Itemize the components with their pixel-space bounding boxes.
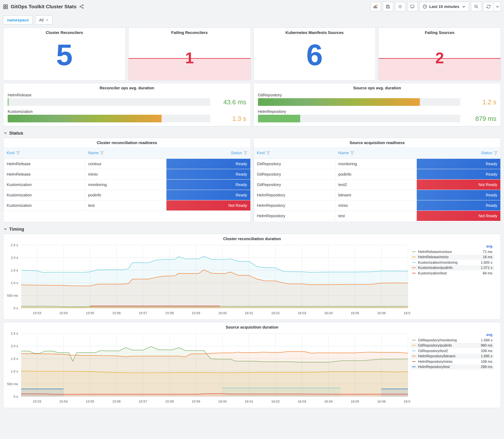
legend-series-item[interactable]: Kustomization/test84 ms (410, 270, 494, 276)
legend-series-swatch (412, 273, 416, 273)
gauge-fill (258, 98, 420, 106)
legend-series-avg: 1.695 s (479, 354, 492, 358)
status-badge: Ready (417, 200, 500, 210)
namespace-variable-label[interactable]: namespace (3, 15, 33, 24)
kind-cell: GitRepository (254, 179, 335, 190)
legend-series-avg: 16 ms (481, 255, 492, 259)
column-header-name[interactable]: Name (335, 147, 417, 159)
section-header-timing[interactable]: Timing (0, 222, 504, 233)
table-row: GitRepositorypodinfoReady (254, 169, 501, 179)
filter-icon[interactable] (494, 151, 497, 155)
gauge-row-helmrelease: HelmRelease43.6 ms (8, 92, 246, 106)
column-header-name[interactable]: Name (85, 147, 166, 159)
svg-text:15:58: 15:58 (165, 311, 174, 315)
svg-text:16:05: 16:05 (351, 311, 359, 315)
status-cell: Ready (417, 159, 501, 169)
svg-text:15:54: 15:54 (59, 311, 68, 315)
namespace-variable-selected: All (39, 18, 44, 22)
refresh-interval-dropdown[interactable] (494, 2, 501, 11)
svg-text:16:03: 16:03 (298, 311, 306, 315)
legend-series-item[interactable]: HelmRelease/minio16 ms (410, 254, 494, 260)
name-cell: test (85, 200, 166, 210)
legend-series-item[interactable]: HelmRepository/test289 ms (410, 364, 494, 370)
name-cell: contour (85, 159, 166, 169)
legend-series-item[interactable]: HelmRelease/contour71 ms (410, 249, 494, 254)
name-cell: monitoring (335, 159, 417, 169)
table-panel-cluster-readiness: Cluster reconciliation readiness KindNam… (3, 138, 251, 222)
legend-avg-header[interactable]: avg (410, 244, 492, 248)
legend-series-name: HelmRepository/minio (418, 360, 479, 364)
status-badge: Ready (417, 190, 500, 200)
svg-text:15:58: 15:58 (165, 400, 174, 403)
cycle-view-button[interactable] (407, 2, 418, 11)
status-cell: Not Ready (417, 210, 501, 221)
time-range-picker[interactable]: Last 15 minutes (419, 2, 469, 11)
status-cell: Ready (166, 179, 250, 190)
dashboard-settings-button[interactable] (395, 2, 405, 11)
gauge-track (8, 98, 210, 106)
legend-series-swatch (412, 268, 416, 268)
svg-text:15:59: 15:59 (192, 400, 200, 403)
legend-series-name: HelmRepository/test (418, 365, 479, 369)
svg-text:0 s: 0 s (14, 306, 18, 310)
chart-panel-cluster-reconciliation-duration: Cluster reconciliation duration 0 s500 m… (3, 234, 501, 320)
table-row: HelmReleaseminioReady (3, 169, 250, 179)
legend-avg-header[interactable]: avg (410, 333, 492, 337)
filter-icon[interactable] (350, 151, 354, 155)
svg-text:16:02: 16:02 (271, 400, 280, 403)
legend-series-name: GitRepository/monitoring (418, 338, 479, 342)
legend-series-item[interactable]: Kustomization/podinfo1.071 s (410, 265, 494, 270)
legend-series-item[interactable]: HelmRepository/bitnami1.695 s (410, 354, 494, 359)
status-cell: Ready (417, 169, 501, 179)
column-header-status[interactable]: Status (417, 147, 501, 159)
name-cell: test2 (335, 179, 417, 190)
stat-value: 1 (129, 50, 251, 66)
filter-icon[interactable] (266, 151, 270, 155)
panel-title: Cluster reconciliation duration (3, 234, 501, 241)
column-header-kind[interactable]: Kind (254, 147, 335, 159)
refresh-button[interactable] (483, 2, 494, 11)
legend-series-swatch (412, 262, 416, 263)
svg-text:15:56: 15:56 (112, 311, 121, 315)
filter-icon[interactable] (244, 151, 247, 155)
legend-series-avg: 71 ms (481, 250, 492, 254)
time-series-canvas[interactable]: 0 s500 ms1.0 s1.5 s2.0 s2.5 s15:5315:541… (3, 241, 410, 317)
name-cell: test (335, 210, 417, 221)
chart-legend: avgGitRepository/monitoring1.594 sGitRep… (410, 330, 497, 370)
legend-series-item[interactable]: Kustomization/monitoring1.605 s (410, 260, 494, 265)
legend-series-item[interactable]: GitRepository/test2338 ms (410, 348, 494, 354)
section-header-status[interactable]: Status (0, 126, 504, 137)
gauge-panel-source-ops: Source ops avg. duration GitRepository1.… (253, 83, 501, 126)
column-header-kind[interactable]: Kind (3, 147, 85, 159)
table-row: HelmRepositoryminioReady (254, 200, 501, 210)
svg-text:1.5 s: 1.5 s (11, 357, 18, 361)
svg-text:500 ms: 500 ms (7, 294, 18, 297)
panel-title: Failing Sources (379, 28, 501, 35)
name-cell: minio (335, 200, 417, 210)
add-panel-button[interactable] (370, 2, 381, 11)
time-series-canvas[interactable]: 0 s500 ms1.0 s1.5 s2.0 s2.5 s15:5315:541… (3, 330, 410, 406)
name-cell: podinfo (335, 169, 417, 179)
gauge-label: GitRepository (258, 93, 496, 97)
chart-legend: avgHelmRelease/contour71 msHelmRelease/m… (410, 241, 497, 276)
filter-icon[interactable] (100, 151, 104, 155)
stat-value: 2 (379, 50, 501, 66)
table-row: HelmRepositorytestNot Ready (254, 210, 501, 221)
svg-text:1.0 s: 1.0 s (11, 281, 18, 285)
legend-series-name: Kustomization/podinfo (418, 266, 479, 270)
namespace-variable-value[interactable]: All (35, 15, 53, 24)
filter-icon[interactable] (16, 151, 20, 155)
share-dashboard-icon[interactable] (79, 4, 84, 9)
legend-series-avg: 84 ms (481, 271, 492, 275)
zoom-out-button[interactable] (471, 2, 481, 11)
apps-grid-icon[interactable] (3, 4, 8, 9)
kind-cell: HelmRelease (3, 169, 85, 179)
legend-series-item[interactable]: GitRepository/monitoring1.594 s (410, 337, 494, 343)
svg-text:16:07: 16:07 (404, 311, 410, 315)
legend-series-item[interactable]: HelmRepository/minio108 ms (410, 359, 494, 364)
dashboard-toolbar: Last 15 minutes (370, 2, 501, 11)
save-dashboard-button[interactable] (383, 2, 393, 11)
legend-series-item[interactable]: GitRepository/podinfo980 ms (410, 343, 494, 348)
panel-title: Reconciler ops avg. duration (3, 83, 250, 91)
column-header-status[interactable]: Status (166, 147, 250, 159)
